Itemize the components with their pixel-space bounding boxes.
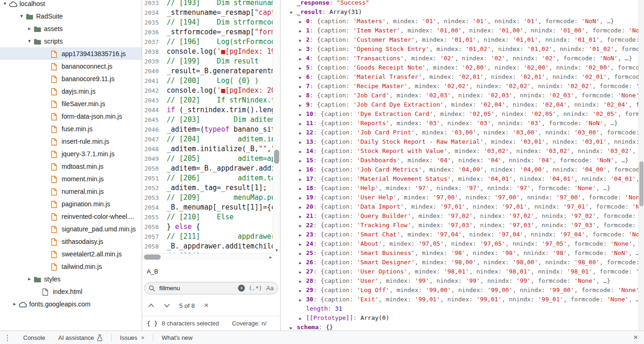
tree-item-fuse-min-js[interactable]: fuse.min.js xyxy=(0,122,142,135)
console-array-item-14[interactable]: ▶14: {caption: 'Stock Report with Value'… xyxy=(281,147,639,156)
expander-closed-icon[interactable]: ▸ xyxy=(25,276,33,282)
console-array-item-12[interactable]: ▶12: {caption: 'Job Card Print', mindex:… xyxy=(281,128,639,137)
triangle-right-icon[interactable]: ▶ xyxy=(299,258,306,267)
console-array-item-13[interactable]: ▶13: {caption: 'Daily Stock Report - Raw… xyxy=(281,137,639,147)
console-array-item-10[interactable]: ▶10: {caption: 'Dye Extraction Card', mi… xyxy=(281,109,639,119)
tree-item-reinvented-color-wheel[interactable]: reinvented-color-wheel.... xyxy=(0,210,142,223)
console-array-item-0[interactable]: ▶0: {caption: 'Masters', mindex: '01', n… xyxy=(281,17,639,26)
console-prop-schema[interactable]: ▶schema: {} xyxy=(281,323,639,331)
console-array-item-18[interactable]: ▶18: {caption: 'Help', mindex: '97', nin… xyxy=(281,184,639,193)
expander-closed-icon[interactable]: ▸ xyxy=(25,25,33,32)
drawer-tab-what-s-new[interactable]: What's new xyxy=(155,331,199,344)
triangle-down-icon[interactable]: ▼ xyxy=(290,8,297,17)
triangle-right-icon[interactable]: ▶ xyxy=(299,101,306,109)
triangle-right-icon[interactable]: ▶ xyxy=(299,166,306,174)
console-array-item-9[interactable]: ▶9: {caption: 'Job Card Dye Extraction',… xyxy=(281,100,639,109)
triangle-right-icon[interactable]: ▶ xyxy=(290,323,297,331)
console-array-item-30[interactable]: ▶30: {caption: 'Exit', mindex: '99,01', … xyxy=(281,295,639,304)
console-scrollbar-thumb[interactable] xyxy=(639,161,644,206)
expander-open-icon[interactable]: ▾ xyxy=(25,38,33,44)
console-prop-result[interactable]: ▼_result: Array(31) xyxy=(281,7,639,17)
console-array-item-8[interactable]: ▶8: {caption: 'Job Card', mindex: '02,03… xyxy=(281,91,639,100)
triangle-right-icon[interactable]: ▶ xyxy=(299,314,306,323)
triangle-right-icon[interactable]: ▶ xyxy=(299,82,306,91)
tree-item-form-data-json-min-js[interactable]: form-data-json.min.js xyxy=(0,110,142,122)
console-array-item-20[interactable]: ▶20: {caption: 'Data Import', mindex: '9… xyxy=(281,202,639,211)
triangle-right-icon[interactable]: ▶ xyxy=(299,26,306,35)
tree-item-pagination-min-js[interactable]: pagination.min.js xyxy=(0,197,142,210)
drawer-tab-console[interactable]: Console xyxy=(17,331,52,344)
expander-closed-icon[interactable]: ▸ xyxy=(11,301,19,307)
console-array-item-5[interactable]: ▶5: {caption: 'Goods Receipt Note', mind… xyxy=(281,63,639,72)
console-array-item-25[interactable]: ▶25: {caption: 'Smart Business', mindex:… xyxy=(281,248,639,258)
next-match-button[interactable] xyxy=(163,303,170,308)
close-search-icon[interactable]: × xyxy=(204,301,209,310)
clear-search-icon[interactable]: × xyxy=(238,285,245,292)
console-array-item-4[interactable]: ▶4: {caption: 'Transactions', mindex: '0… xyxy=(281,54,639,63)
console-array-item-19[interactable]: ▶19: {caption: 'User Help', mindex: '97,… xyxy=(281,193,639,202)
triangle-right-icon[interactable]: ▶ xyxy=(299,64,306,72)
console-array-item-17[interactable]: ▶17: {caption: 'Material Movement Status… xyxy=(281,174,639,184)
console-array-item-21[interactable]: ▶21: {caption: 'Query Builder', mindex: … xyxy=(281,211,639,221)
tree-item-index-html[interactable]: index.html xyxy=(0,285,142,298)
console-array-item-3[interactable]: ▶3: {caption: 'Opening Stock Entry', min… xyxy=(281,45,639,54)
triangle-right-icon[interactable]: ▶ xyxy=(299,110,306,119)
tree-item-fonts-googleapis-com[interactable]: ▸fonts.googleapis.com xyxy=(0,298,142,310)
tree-item-app1739413835716-js[interactable]: app1739413835716.js xyxy=(0,47,142,60)
tree-item-sweetalert2-all-min-js[interactable]: sweetalert2.all.min.js xyxy=(0,248,142,260)
more-tools-icon[interactable]: ⋮ xyxy=(0,333,17,342)
triangle-right-icon[interactable]: ▶ xyxy=(299,212,306,221)
triangle-right-icon[interactable]: ▶ xyxy=(299,54,306,63)
tree-item-signature-pad-umd-min-js[interactable]: signature_pad.umd.min.js xyxy=(0,223,142,235)
console-prop-prototype[interactable]: ▶[[Prototype]]: Array(0) xyxy=(281,313,639,323)
close-tab-icon[interactable]: × xyxy=(141,334,145,341)
triangle-right-icon[interactable]: ▶ xyxy=(299,17,306,26)
editor-horizontal-scrollbar[interactable]: ▸ xyxy=(142,253,273,261)
triangle-right-icon[interactable]: ▶ xyxy=(299,193,306,202)
console-array-item-2[interactable]: ▶2: {caption: 'Customer Master', mindex:… xyxy=(281,35,639,45)
triangle-right-icon[interactable]: ▶ xyxy=(299,138,306,147)
tree-item-scripts[interactable]: ▾scripts xyxy=(0,35,142,47)
triangle-right-icon[interactable]: ▶ xyxy=(299,36,306,45)
tree-item-dayjs-min-js[interactable]: dayjs.min.js xyxy=(0,85,142,97)
tree-item-mdtoast-min-js[interactable]: mdtoast.min.js xyxy=(0,160,142,172)
match-case-toggle[interactable]: Aa xyxy=(266,285,274,292)
tree-item-styles[interactable]: ▸styles xyxy=(0,273,142,285)
pretty-print-icon[interactable]: { } xyxy=(147,320,157,327)
triangle-right-icon[interactable]: ▶ xyxy=(299,203,306,211)
triangle-right-icon[interactable]: ▶ xyxy=(299,119,306,128)
triangle-right-icon[interactable]: ▶ xyxy=(299,184,306,193)
search-input[interactable] xyxy=(158,284,236,292)
tree-item-numeral-min-js[interactable]: numeral.min.js xyxy=(0,185,142,197)
triangle-right-icon[interactable]: ▶ xyxy=(299,286,306,295)
tree-item-radsuite[interactable]: ▾RadSuite xyxy=(0,10,142,22)
tree-item-tailwind-min-js[interactable]: tailwind.min.js xyxy=(0,260,142,273)
triangle-right-icon[interactable]: ▶ xyxy=(299,73,306,82)
triangle-right-icon[interactable]: ▶ xyxy=(299,45,306,54)
console-array-item-23[interactable]: ▶23: {caption: 'Smart Chat', mindex: '97… xyxy=(281,230,639,239)
console-array-item-11[interactable]: ▶11: {caption: 'Reports', mindex: '03', … xyxy=(281,119,639,128)
console-array-item-24[interactable]: ▶24: {caption: 'About', mindex: '97,05',… xyxy=(281,239,639,248)
console-array-item-16[interactable]: ▶16: {caption: 'Job Card Metrics', minde… xyxy=(281,165,639,174)
console-array-item-29[interactable]: ▶29: {caption: 'Log Off', mindex: '99,00… xyxy=(281,286,639,295)
triangle-right-icon[interactable]: ▶ xyxy=(299,268,306,276)
tree-item-insert-rule-min-js[interactable]: insert-rule.min.js xyxy=(0,135,142,147)
console-scrollbar[interactable] xyxy=(638,0,644,331)
close-drawer-icon[interactable]: × xyxy=(633,333,644,342)
expander-open-icon[interactable]: ▾ xyxy=(18,13,25,19)
console-array-item-6[interactable]: ▶6: {caption: 'Material Transfer', minde… xyxy=(281,72,639,82)
tree-item-filesaver-min-js[interactable]: fileSaver.min.js xyxy=(0,97,142,110)
triangle-right-icon[interactable]: ▶ xyxy=(299,221,306,230)
triangle-right-icon[interactable]: ▶ xyxy=(299,240,306,248)
console-array-item-15[interactable]: ▶15: {caption: 'Dashboards', mindex: '04… xyxy=(281,156,639,165)
horizontal-scrollbar-thumb[interactable] xyxy=(144,255,161,260)
tree-item-moment-min-js[interactable]: moment.min.js xyxy=(0,172,142,185)
code-lines[interactable]: // [193] Dim strmenuname=_re_strmenuname… xyxy=(163,0,273,253)
console-array-item-28[interactable]: ▶28: {caption: 'User', mindex: '99', nin… xyxy=(281,276,639,286)
console-array-item-1[interactable]: ▶1: {caption: 'Item Master', mindex: '01… xyxy=(281,26,639,35)
console-array-item-7[interactable]: ▶7: {caption: 'Recipe Master', mindex: '… xyxy=(281,82,639,91)
triangle-right-icon[interactable]: ▶ xyxy=(299,91,306,100)
triangle-right-icon[interactable]: ▶ xyxy=(299,128,306,137)
triangle-right-icon[interactable]: ▶ xyxy=(299,277,306,286)
tree-item-assets[interactable]: ▸assets xyxy=(0,22,142,35)
